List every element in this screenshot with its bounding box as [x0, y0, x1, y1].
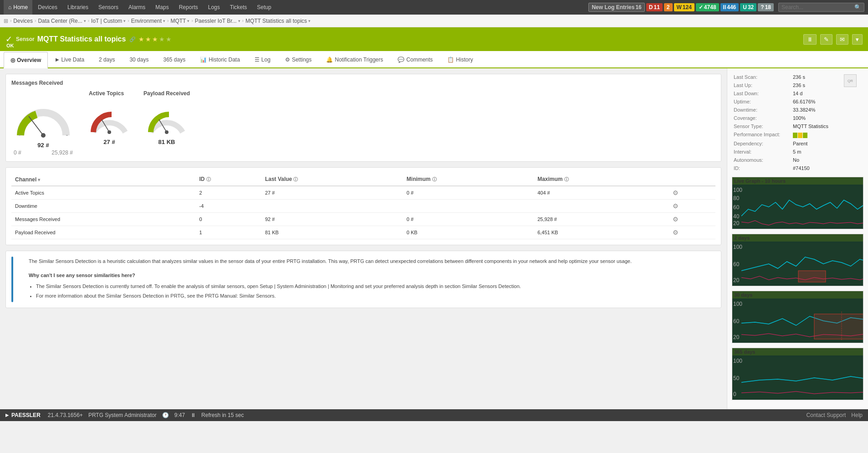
- gray-alert-badge[interactable]: ? 18: [758, 3, 774, 11]
- tab-settings[interactable]: ⚙ Settings: [278, 51, 318, 67]
- svg-text:100: 100: [733, 244, 742, 250]
- yellow-alert-badge[interactable]: W 124: [674, 3, 694, 11]
- breadcrumb-mqtt[interactable]: MQTT ▾: [170, 18, 189, 24]
- three-sixty-five-svg: 100 50 0 100 90: [732, 357, 863, 398]
- contact-support-link[interactable]: Contact Support: [807, 412, 846, 418]
- historic-icon: 📊: [200, 57, 207, 63]
- footer-brand: ▶ PAESSLER: [5, 412, 41, 418]
- stat-dependency: Dependency: Parent: [732, 139, 863, 148]
- col-channel[interactable]: Channel ▾: [11, 173, 196, 186]
- svg-text:20: 20: [733, 220, 740, 226]
- star-rating[interactable]: ★ ★ ★ ★ ★: [138, 36, 172, 43]
- new-log-badge[interactable]: New Log Entries 16: [588, 3, 644, 12]
- channels-table: Channel ▾ ID ⓘ Last Value ⓘ Minimum: [11, 173, 715, 239]
- tab-overview[interactable]: ◎ Overview: [4, 52, 48, 68]
- tab-log[interactable]: ☰ Log: [248, 51, 277, 67]
- nav-setup[interactable]: Setup: [252, 0, 276, 15]
- three-sixty-five-graph-container[interactable]: 365 days 100 50 0 100 90: [732, 348, 863, 400]
- breadcrumb-paessler[interactable]: Paessler IoT Br... ▾: [195, 18, 240, 24]
- row-settings-icon[interactable]: ⚙: [673, 216, 679, 223]
- nav-reports[interactable]: Reports: [174, 0, 203, 15]
- clock-icon: 🕐: [162, 412, 169, 418]
- nav-sensors[interactable]: Sensors: [94, 0, 123, 15]
- pause-refresh-icon[interactable]: ⏸: [190, 412, 196, 418]
- tab-30days[interactable]: 30 days: [123, 51, 155, 67]
- sort-icon: ⓘ: [206, 177, 211, 182]
- tab-livedata[interactable]: ▶ Live Data: [49, 51, 91, 67]
- tab-historic[interactable]: 📊 Historic Data: [193, 51, 247, 67]
- stat-autonomous: Autonomous: No: [732, 156, 863, 164]
- star-4[interactable]: ★: [159, 36, 165, 43]
- help-link[interactable]: Help: [851, 412, 863, 418]
- star-2[interactable]: ★: [145, 36, 151, 43]
- two-days-graph-container[interactable]: 2 days 100 60 20 100.00 62.00 0.00: [732, 234, 863, 286]
- nav-tickets[interactable]: Tickets: [225, 0, 252, 15]
- orange-alert-badge[interactable]: 2: [664, 3, 673, 11]
- info-intro: The Similar Sensors Detection is a heuri…: [29, 257, 715, 265]
- breadcrumb-devices[interactable]: Devices: [13, 18, 33, 24]
- search-input[interactable]: [781, 4, 854, 10]
- top-navigation: ⌂ Home Devices Libraries Sensors Alarms …: [0, 0, 868, 15]
- more-button[interactable]: ▾: [852, 34, 863, 45]
- active-topics-label: Active Topics: [89, 90, 124, 97]
- blue-alert-badge[interactable]: II 446: [720, 3, 739, 11]
- search-area[interactable]: 🔍: [778, 3, 864, 12]
- search-button[interactable]: 🔍: [854, 4, 861, 10]
- main-content: Messages Received 92 #: [0, 68, 868, 409]
- breadcrumb-datacenter[interactable]: Data Center (Re... ▾: [38, 18, 86, 24]
- pause-button[interactable]: ⏸: [803, 34, 817, 45]
- row-settings-icon[interactable]: ⚙: [673, 229, 679, 236]
- nav-devices[interactable]: Devices: [33, 0, 62, 15]
- breadcrumb-environment[interactable]: Environment ▾: [131, 18, 165, 24]
- stat-interval: Interval: 5 m: [732, 148, 863, 156]
- col-id[interactable]: ID ⓘ: [196, 173, 261, 186]
- tab-comments[interactable]: 💬 Comments: [391, 51, 439, 67]
- right-panel: Last Scan: 236 s QR Last Up: 236 s Last …: [727, 68, 868, 409]
- tab-2days[interactable]: 2 days: [92, 51, 122, 67]
- alert-badges: New Log Entries 16 D 11 2 W 124 ✓ 4748 I…: [588, 3, 774, 12]
- external-link-icon[interactable]: 🔗: [129, 36, 136, 42]
- teal-alert-badge[interactable]: U 32: [740, 3, 756, 11]
- thirty-days-graph-container[interactable]: 30 days 100 60 20 100.00 60.00 20.00: [732, 291, 863, 343]
- star-3[interactable]: ★: [152, 36, 158, 43]
- stat-label: Downtime:: [732, 106, 791, 114]
- qr-code: QR: [844, 74, 857, 87]
- nav-home[interactable]: ⌂ Home: [4, 0, 32, 15]
- green-alert-badge[interactable]: ✓ 4748: [696, 3, 719, 11]
- nav-alarms[interactable]: Alarms: [124, 0, 150, 15]
- red-alert-badge[interactable]: D 11: [646, 3, 663, 11]
- sensor-title-bar: ✓ Sensor MQTT Statistics all topics 🔗 ★ …: [0, 27, 868, 51]
- row-minimum: 0 KB: [403, 226, 534, 239]
- tab-notifications[interactable]: 🔔 Notification Triggers: [319, 51, 390, 67]
- row-minimum: 0 #: [403, 186, 534, 200]
- live-graph-container[interactable]: Live Graph - 10 hours 100 80 60 40 20 85…: [732, 177, 863, 229]
- email-button[interactable]: ✉: [836, 34, 848, 45]
- tab-365days[interactable]: 365 days: [156, 51, 192, 67]
- edit-button[interactable]: ✎: [820, 34, 832, 45]
- sort-icon: ▾: [38, 177, 40, 182]
- nav-maps[interactable]: Maps: [151, 0, 173, 15]
- stat-value: 5 m: [791, 148, 842, 156]
- stat-label: Interval:: [732, 148, 791, 156]
- col-lastvalue[interactable]: Last Value ⓘ: [261, 173, 403, 186]
- comments-icon: 💬: [398, 57, 404, 63]
- table-row: Downtime -4 ⚙: [11, 200, 715, 213]
- breadcrumb-mqtt-stats[interactable]: MQTT Statistics all topics ▾: [245, 18, 311, 24]
- row-id: 2: [196, 186, 261, 200]
- breadcrumb-iot[interactable]: IoT | Custom ▾: [91, 18, 126, 24]
- col-maximum[interactable]: Maximum ⓘ: [534, 173, 669, 186]
- row-settings-icon[interactable]: ⚙: [673, 202, 679, 210]
- sort-icon: ⓘ: [432, 177, 437, 182]
- tab-history[interactable]: 📋 History: [440, 51, 480, 67]
- svg-line-0: [29, 116, 43, 135]
- row-settings-icon[interactable]: ⚙: [673, 189, 679, 196]
- sensor-toolbar: ⏸ ✎ ✉ ▾: [803, 34, 863, 45]
- nav-logs[interactable]: Logs: [204, 0, 225, 15]
- nav-libraries[interactable]: Libraries: [63, 0, 93, 15]
- star-1[interactable]: ★: [138, 36, 144, 43]
- svg-text:60: 60: [733, 318, 740, 324]
- col-minimum[interactable]: Minimum ⓘ: [403, 173, 534, 186]
- messages-received-value: 92 #: [37, 142, 49, 149]
- live-graph-label: Live Graph - 10 hours: [732, 177, 863, 185]
- star-5[interactable]: ★: [166, 36, 172, 43]
